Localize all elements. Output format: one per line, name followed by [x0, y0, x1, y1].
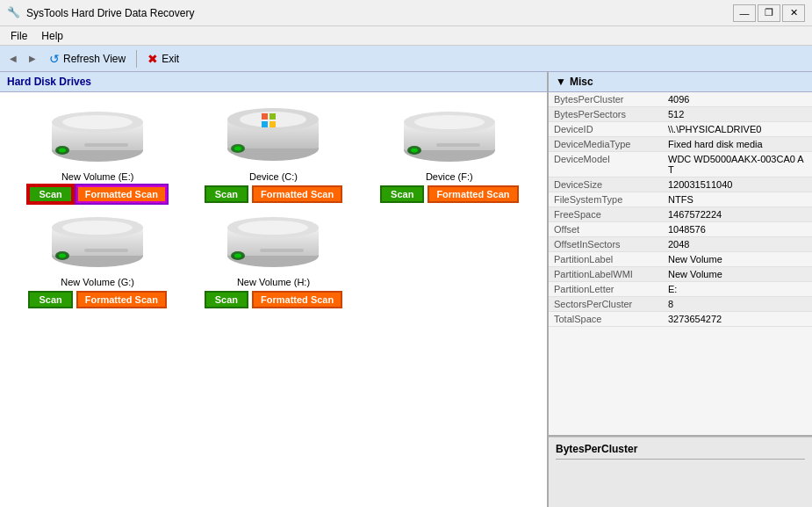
property-row: DeviceSize120031511040	[549, 177, 812, 192]
property-row: PartitionLabelNew Volume	[549, 252, 812, 267]
props-title: Misc	[570, 76, 593, 88]
scan-button[interactable]: Scan	[205, 291, 248, 308]
scan-button[interactable]: Scan	[28, 291, 72, 308]
property-value: Fixed hard disk media	[663, 137, 812, 152]
property-value: WDC WD5000AAKX-003CA0 AT	[663, 152, 812, 177]
menu-help[interactable]: Help	[34, 28, 70, 44]
scan-button[interactable]: Scan	[380, 185, 424, 203]
scan-button[interactable]: Scan	[205, 185, 248, 203]
property-row: PartitionLetterE:	[549, 282, 812, 297]
property-key: PartitionLabelWMI	[549, 267, 663, 282]
svg-point-36	[234, 254, 241, 258]
property-value: \\.\PHYSICALDRIVE0	[663, 122, 812, 137]
property-value: 2048	[663, 237, 812, 252]
property-value: 1467572224	[663, 207, 812, 222]
drive-item: Device (C:)ScanFormatted Scan	[190, 106, 356, 203]
property-row: OffsetInSectors2048	[549, 237, 812, 252]
svg-point-16	[234, 147, 241, 151]
toolbar-separator	[136, 50, 137, 68]
property-value: New Volume	[663, 252, 812, 267]
menu-file[interactable]: File	[4, 28, 34, 44]
property-key: DeviceID	[549, 122, 663, 137]
drive-label: New Volume (H:)	[237, 277, 310, 287]
exit-label: Exit	[162, 53, 179, 65]
nav-forward-button[interactable]: ▶	[25, 51, 40, 67]
property-row: FreeSpace1467572224	[549, 207, 812, 222]
svg-rect-6	[84, 143, 128, 147]
svg-rect-11	[262, 113, 268, 120]
property-key: OffsetInSectors	[549, 237, 663, 252]
left-panel: Hard Disk Drives New Volume (E:)ScanForm…	[0, 72, 549, 507]
drive-buttons: ScanFormatted Scan	[28, 185, 166, 203]
drive-buttons: ScanFormatted Scan	[28, 291, 166, 308]
formatted-scan-button[interactable]: Formatted Scan	[76, 291, 167, 308]
property-key: TotalSpace	[549, 312, 663, 327]
detail-section: BytesPerCluster	[549, 437, 812, 507]
property-row: BytesPerSectors512	[549, 107, 812, 122]
app-icon: 🔧	[7, 6, 21, 20]
title-text: SysTools Hard Drive Data Recovery	[26, 7, 733, 19]
property-value: 120031511040	[663, 177, 812, 192]
property-row: BytesPerCluster4096	[549, 92, 812, 107]
refresh-button[interactable]: ↺ Refresh View	[44, 50, 131, 68]
property-key: PartitionLabel	[549, 252, 663, 267]
drive-buttons: ScanFormatted Scan	[205, 291, 342, 308]
property-key: Offset	[549, 222, 663, 237]
property-value: E:	[663, 282, 812, 297]
toolbar: ◀ ▶ ↺ Refresh View ✖ Exit	[0, 46, 812, 72]
formatted-scan-button[interactable]: Formatted Scan	[76, 185, 167, 203]
svg-rect-13	[262, 121, 268, 127]
property-row: SectorsPerCluster8	[549, 297, 812, 312]
property-value: New Volume	[663, 267, 812, 282]
main-layout: Hard Disk Drives New Volume (E:)ScanForm…	[0, 72, 812, 507]
drive-label: New Volume (E:)	[61, 171, 134, 182]
right-panel: ▼ Misc BytesPerCluster4096BytesPerSector…	[549, 72, 812, 507]
svg-point-3	[62, 115, 133, 129]
svg-rect-30	[84, 249, 128, 252]
panel-title: Hard Disk Drives	[7, 76, 91, 88]
property-value: 4096	[663, 92, 812, 107]
title-bar: 🔧 SysTools Hard Drive Data Recovery — ❐ …	[0, 0, 812, 26]
property-row: PartitionLabelWMINew Volume	[549, 267, 812, 282]
svg-rect-37	[260, 249, 304, 252]
exit-button[interactable]: ✖ Exit	[142, 50, 184, 68]
property-key: FreeSpace	[549, 207, 663, 222]
property-row: Offset1048576	[549, 222, 812, 237]
property-value: 8	[663, 297, 812, 312]
svg-rect-23	[436, 143, 480, 147]
formatted-scan-button[interactable]: Formatted Scan	[252, 291, 342, 308]
close-button[interactable]: ✕	[782, 4, 805, 22]
collapse-icon[interactable]: ▼	[556, 76, 566, 88]
drive-label: Device (C:)	[249, 171, 298, 182]
property-key: DeviceSize	[549, 177, 663, 192]
formatted-scan-button[interactable]: Formatted Scan	[428, 185, 518, 203]
svg-point-20	[414, 115, 485, 129]
property-value: 1048576	[663, 222, 812, 237]
svg-point-29	[59, 254, 66, 258]
nav-back-button[interactable]: ◀	[5, 51, 21, 67]
property-row: DeviceModelWDC WD5000AAKX-003CA0 AT	[549, 152, 812, 177]
drive-label: New Volume (G:)	[61, 277, 134, 287]
property-value: 3273654272	[663, 312, 812, 327]
property-key: FileSystemType	[549, 192, 663, 207]
drive-buttons: ScanFormatted Scan	[380, 185, 518, 203]
properties-section: ▼ Misc BytesPerCluster4096BytesPerSector…	[549, 72, 812, 437]
drive-buttons: ScanFormatted Scan	[205, 185, 342, 203]
property-value: NTFS	[663, 192, 812, 207]
maximize-button[interactable]: ❐	[758, 4, 780, 22]
formatted-scan-button[interactable]: Formatted Scan	[252, 185, 342, 203]
drive-item: Device (F:)ScanFormatted Scan	[366, 106, 533, 203]
drive-icon	[49, 106, 146, 168]
svg-rect-12	[269, 113, 276, 120]
refresh-icon: ↺	[49, 52, 60, 66]
property-key: PartitionLetter	[549, 282, 663, 297]
property-row: TotalSpace3273654272	[549, 312, 812, 327]
scan-button[interactable]: Scan	[28, 185, 72, 203]
minimize-button[interactable]: —	[733, 4, 756, 22]
property-key: BytesPerCluster	[549, 92, 663, 107]
exit-icon: ✖	[147, 52, 158, 66]
svg-point-22	[411, 148, 418, 153]
panel-header: Hard Disk Drives	[0, 72, 547, 92]
props-header: ▼ Misc	[549, 72, 812, 92]
property-row: DeviceMediaTypeFixed hard disk media	[549, 137, 812, 152]
